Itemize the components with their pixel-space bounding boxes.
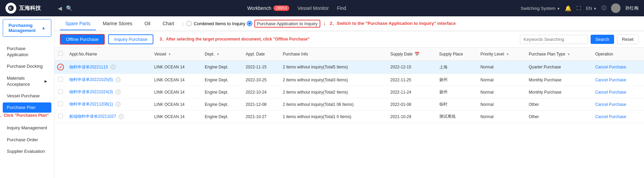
sidebar-items: Purchase Application Purchase Docking Ma… xyxy=(0,39,54,161)
row-2-priority-level: Normal xyxy=(478,86,526,98)
row-0-appl-link[interactable]: 物料申请单20221115 xyxy=(69,65,108,69)
plan-type-sort-icon[interactable]: ▼ xyxy=(567,52,571,56)
priority-sort-icon[interactable]: ▼ xyxy=(506,52,509,56)
tab-chart[interactable]: Chart xyxy=(157,17,180,30)
logo-text: 互海科技 xyxy=(19,5,41,12)
col-header-purchase-plan-type: Purchase Plan Type ▼ xyxy=(526,48,592,61)
row-1-dept: Engine Dept. xyxy=(202,74,243,86)
row-3-info-icon[interactable]: ⓘ xyxy=(115,102,121,107)
col-header-purchase-info: Purchase Info xyxy=(280,48,388,61)
nav-center: Workbench 28953 Vessel Monitor Find xyxy=(78,5,515,11)
row-3-appl-link[interactable]: 物料申请单20211208(1) xyxy=(69,102,113,107)
row-3-priority-level: Normal xyxy=(478,98,526,111)
sidebar-item-purchase-docking[interactable]: Purchase Docking xyxy=(0,61,54,72)
row-4-supply-date: 2021-10-29 xyxy=(388,111,437,123)
row-1-operation: Cancel Purchase xyxy=(592,74,644,86)
row-0-vessel: LINK OCEAN 14 xyxy=(151,61,202,74)
row-0-cancel-btn[interactable]: Cancel Purchase xyxy=(595,65,626,69)
vessel-monitor-link[interactable]: Vessel Monitor xyxy=(298,5,329,11)
row-2-appl-link[interactable]: 物料申请单20221024(3) xyxy=(69,90,113,94)
find-link[interactable]: Find xyxy=(337,5,346,11)
row-4-cancel-btn[interactable]: Cancel Purchase xyxy=(595,114,626,119)
row-3-appl-no: 物料申请单20211208(1) ⓘ xyxy=(67,98,151,111)
lang-dropdown-icon: ▼ xyxy=(593,7,597,11)
row-4-info-icon[interactable]: ⓘ xyxy=(119,114,124,119)
row-2-checkbox[interactable] xyxy=(58,89,63,94)
avatar[interactable] xyxy=(611,3,621,13)
row-0-supply-date: 2022-12-15 xyxy=(388,61,437,74)
radio-combined-circle[interactable] xyxy=(186,21,192,26)
tab-divider: | xyxy=(181,21,185,26)
radio-purchase-application[interactable]: Purchase Application to Inquiry xyxy=(247,20,321,28)
sidebar-item-purchase-plan[interactable]: Purchase Plan xyxy=(3,102,51,113)
row-1-info-icon[interactable]: ⓘ xyxy=(115,77,121,83)
tab-marine-stores[interactable]: Marine Stores xyxy=(97,17,138,30)
top-navigation: 互 互海科技 ◀ 🔍 Workbench 28953 Vessel Monito… xyxy=(0,0,644,16)
sidebar-item-purchase-order[interactable]: Purchase Order xyxy=(0,134,54,146)
table-container: Appl.No./Name Vessel ▼ Dept. ▼ Appl. Dat… xyxy=(54,48,644,178)
row-1-purchase-info: 2 items without inquiry(Total3 Items) xyxy=(280,74,388,86)
sidebar-item-materials-acceptance[interactable]: Materials Acceptance ▶ xyxy=(0,72,54,90)
sidebar-section-label: Purchasing Management xyxy=(9,23,41,33)
radio-purchase-application-label: Purchase Application to Inquiry xyxy=(254,20,321,28)
lang-selector[interactable]: EN ▼ xyxy=(586,6,597,11)
row-2-vessel: LINK OCEAN 14 xyxy=(151,86,202,98)
row-1-priority-level: Normal xyxy=(478,74,526,86)
table-row: 物料申请单20221025(5) ⓘ LINK OCEAN 14 Engine … xyxy=(54,74,644,86)
user-name: 孙红梅 xyxy=(625,5,639,11)
table-row: 物料申请单20211208(1) ⓘ LINK OCEAN 14 Engine … xyxy=(54,98,644,111)
row-4-priority-level: Normal xyxy=(478,111,526,123)
col-header-supply-date: Supply Date 📅 xyxy=(388,48,437,61)
dept-sort-icon[interactable]: ▼ xyxy=(216,52,220,56)
sidebar-collapse-icon[interactable]: ▲ xyxy=(41,26,46,30)
row-4-checkbox[interactable] xyxy=(58,114,63,118)
sidebar-item-inquiry-management[interactable]: Inquiry Management xyxy=(0,122,54,134)
nav-back-icon[interactable]: ◀ xyxy=(58,5,62,12)
col-header-appl-date: Appl. Date xyxy=(243,48,280,61)
help-icon[interactable]: ⓘ xyxy=(601,5,606,11)
row-3-cancel-btn[interactable]: Cancel Purchase xyxy=(595,102,626,107)
annotation-3: 3、After selecting the target procurement… xyxy=(159,36,309,42)
sidebar-item-supplier-evaluation[interactable]: Supplier Evaluation xyxy=(0,146,54,157)
row-2-cancel-btn[interactable]: Cancel Purchase xyxy=(595,90,626,95)
calendar-icon[interactable]: 📅 xyxy=(414,52,420,56)
col-header-vessel: Vessel ▼ xyxy=(151,48,202,61)
row-2-appl-no: 物料申请单20221024(3) ⓘ xyxy=(67,86,151,98)
row-4-purchase-plan-type: Other xyxy=(526,111,592,123)
tab-oil[interactable]: Oil xyxy=(139,17,156,30)
select-all-checkbox[interactable] xyxy=(58,51,63,56)
search-button[interactable]: Search xyxy=(591,35,614,44)
vessel-sort-icon[interactable]: ▼ xyxy=(168,52,171,56)
row-1-cancel-btn[interactable]: Cancel Purchase xyxy=(595,78,626,82)
bell-icon[interactable]: 🔔 xyxy=(565,5,572,12)
offline-purchase-button[interactable]: Offline Purchase xyxy=(60,34,105,45)
workbench-link[interactable]: Workbench 28953 xyxy=(247,5,289,11)
row-1-checkbox[interactable] xyxy=(58,77,63,82)
radio-purchase-application-circle[interactable] xyxy=(247,21,252,26)
row-3-checkbox[interactable] xyxy=(58,101,63,106)
row-2-supply-place: 扬州 xyxy=(437,86,478,98)
sidebar-item-vessel-purchase[interactable]: Vessel Purchase xyxy=(0,90,54,102)
switching-system-link[interactable]: Switching System ▼ xyxy=(521,6,560,11)
switching-system-dropdown-icon: ▼ xyxy=(557,7,560,11)
col-header-appl-no: Appl.No./Name xyxy=(67,48,151,61)
sidebar-header-purchasing-management[interactable]: Purchasing Management ▲ xyxy=(3,19,51,37)
row-0-checkbox-cell xyxy=(54,61,67,74)
row-0-info-icon[interactable]: ⓘ xyxy=(111,64,116,70)
nav-search-icon[interactable]: 🔍 xyxy=(66,5,73,12)
row-0-checkbox[interactable] xyxy=(57,64,64,70)
row-1-supply-date: 2022-11-25 xyxy=(388,74,437,86)
radio-combined-items[interactable]: Combined Items to Inquiry xyxy=(186,21,245,26)
row-0-purchase-plan-type: Quarter Purchase xyxy=(526,61,592,74)
fullscreen-icon[interactable]: ⛶ xyxy=(576,5,581,11)
row-2-info-icon[interactable]: ⓘ xyxy=(115,90,121,95)
row-3-supply-place: 临时 xyxy=(437,98,478,111)
row-1-appl-link[interactable]: 物料申请单20221025(5) xyxy=(69,77,113,82)
row-4-appl-link[interactable]: 船端物料申请单20211027 xyxy=(69,114,116,119)
inquiry-purchase-button[interactable]: Inquiry Purchase xyxy=(108,34,154,44)
reset-button[interactable]: Reset xyxy=(617,34,639,44)
sidebar-item-purchase-application[interactable]: Purchase Application xyxy=(0,43,54,61)
tab-spare-parts[interactable]: Spare Parts xyxy=(60,17,96,30)
row-1-appl-date: 2022-10-25 xyxy=(243,74,280,86)
search-input[interactable] xyxy=(520,35,588,44)
